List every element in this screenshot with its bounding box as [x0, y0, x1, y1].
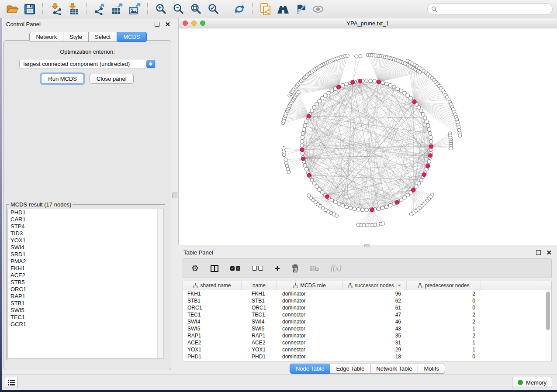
graph-node[interactable] — [334, 200, 337, 204]
zoom-out-icon[interactable] — [170, 2, 186, 16]
mcds-result-item[interactable]: SWI4 — [8, 244, 163, 251]
delete-column-icon[interactable] — [292, 265, 298, 272]
tab-node-table[interactable]: Node Table — [290, 364, 331, 374]
graph-node[interactable] — [321, 96, 324, 100]
graph-node[interactable] — [355, 55, 358, 58]
vertical-splitter-handle[interactable] — [172, 193, 177, 198]
graph-node[interactable] — [373, 79, 376, 83]
graph-node[interactable] — [330, 89, 334, 93]
save-session-icon[interactable] — [22, 2, 38, 16]
table-row[interactable]: ACE2ACE2connector311 — [183, 339, 551, 346]
export-network-icon[interactable] — [92, 2, 107, 16]
table-row[interactable]: SWI5SWI5connector431 — [183, 325, 551, 332]
graph-node[interactable] — [428, 131, 432, 135]
list-scrollbar[interactable] — [157, 209, 163, 358]
graph-node[interactable] — [282, 150, 286, 153]
first-neighbors-icon[interactable] — [275, 2, 291, 16]
graph-node[interactable] — [426, 124, 430, 127]
mcds-result-item[interactable]: ACE2 — [8, 272, 163, 279]
table-row[interactable]: SWI4SWI4dominator462 — [183, 318, 551, 325]
graph-hub-node[interactable] — [429, 154, 432, 158]
graph-node[interactable] — [427, 160, 431, 163]
graph-node[interactable] — [385, 205, 388, 209]
table-row[interactable]: FKH1FKH1dominator962 — [183, 290, 551, 297]
mcds-result-item[interactable]: SRD1 — [8, 251, 163, 258]
graph-node[interactable] — [409, 96, 412, 100]
mcds-result-item[interactable]: YOX1 — [8, 237, 163, 244]
network-canvas[interactable] — [179, 28, 557, 245]
add-column-icon[interactable]: + — [275, 265, 280, 272]
tab-edge-table[interactable]: Edge Table — [330, 364, 370, 374]
graph-node[interactable] — [304, 120, 308, 123]
graph-node[interactable] — [341, 83, 344, 87]
import-table-icon[interactable] — [66, 2, 81, 16]
graph-hub-node[interactable] — [307, 173, 311, 177]
table-row[interactable]: PHD1PHD1dominator180 — [183, 353, 551, 360]
graph-node[interactable] — [303, 124, 307, 127]
graph-node[interactable] — [284, 158, 287, 162]
graph-node[interactable] — [300, 140, 304, 143]
graph-node[interactable] — [396, 87, 399, 90]
graph-node[interactable] — [324, 94, 327, 97]
graph-node[interactable] — [349, 206, 352, 210]
graph-hub-node[interactable] — [358, 79, 362, 83]
graph-node[interactable] — [406, 94, 409, 97]
graph-node[interactable] — [365, 79, 368, 83]
graph-node[interactable] — [385, 82, 388, 86]
graph-node[interactable] — [353, 207, 356, 210]
apply-layout-icon[interactable] — [232, 2, 247, 16]
mcds-result-item[interactable]: FKH1 — [8, 265, 163, 272]
mcds-result-item[interactable]: STB1 — [8, 300, 163, 307]
mcds-result-list[interactable]: PHD1CAR1STP4TID3YOX1SWI4SRD1PMA2FKH1ACE2… — [7, 209, 164, 359]
graph-node[interactable] — [388, 83, 392, 87]
graph-node[interactable] — [312, 182, 316, 185]
graph-hub-node[interactable] — [351, 80, 355, 84]
mcds-result-item[interactable]: SWI5 — [8, 307, 163, 314]
column-header-shared-name[interactable]: shared name — [183, 281, 242, 290]
select-all-rows-icon[interactable]: ✓✓ — [230, 266, 240, 271]
graph-node[interactable] — [381, 81, 384, 84]
mcds-result-item[interactable]: STP4 — [8, 223, 163, 230]
graph-hub-node[interactable] — [325, 195, 329, 199]
graph-node[interactable] — [300, 144, 304, 147]
graph-hub-node[interactable] — [377, 80, 381, 84]
tab-network[interactable]: Network — [29, 32, 63, 42]
graph-hub-node[interactable] — [337, 85, 341, 89]
graph-node[interactable] — [310, 109, 314, 113]
graph-node[interactable] — [377, 207, 381, 210]
graph-node[interactable] — [318, 188, 321, 191]
mcds-result-item[interactable]: ORC1 — [8, 286, 163, 293]
column-header-successor-nodes[interactable]: successor nodes — [343, 281, 407, 290]
float-panel-icon[interactable] — [155, 22, 159, 27]
import-network-icon[interactable] — [48, 2, 64, 16]
graph-node[interactable] — [419, 109, 423, 113]
graph-node[interactable] — [369, 79, 372, 83]
graph-node[interactable] — [282, 147, 285, 150]
graph-node[interactable] — [381, 206, 384, 210]
graph-node[interactable] — [449, 147, 453, 150]
graph-node[interactable] — [427, 127, 431, 131]
mcds-result-item[interactable]: PHD1 — [8, 209, 163, 216]
close-panel-icon[interactable]: ✕ — [165, 22, 170, 26]
graph-node[interactable] — [310, 178, 314, 182]
mcds-result-item[interactable]: CAR1 — [8, 216, 163, 223]
search-input[interactable] — [439, 6, 549, 13]
graph-hub-node[interactable] — [411, 188, 415, 192]
graph-node[interactable] — [417, 182, 421, 185]
tab-motifs[interactable]: Motifs — [418, 364, 445, 374]
table-row[interactable]: TEC1TEC1connector472 — [183, 311, 551, 318]
table-scrollbar[interactable] — [545, 290, 551, 361]
mcds-result-item[interactable]: RAP1 — [8, 293, 163, 300]
graph-node[interactable] — [365, 208, 368, 212]
graph-node[interactable] — [406, 193, 409, 197]
table-row[interactable]: STB1STB1dominator620 — [183, 297, 551, 304]
graph-node[interactable] — [392, 85, 396, 89]
graph-node[interactable] — [303, 164, 307, 167]
graph-node[interactable] — [356, 208, 360, 211]
clone-network-icon[interactable] — [258, 2, 273, 16]
tab-style[interactable]: Style — [63, 32, 89, 42]
graph-node[interactable] — [345, 205, 348, 209]
mcds-result-item[interactable]: GCR1 — [8, 321, 163, 328]
graph-node[interactable] — [337, 202, 341, 206]
table-scrollbar-thumb[interactable] — [546, 292, 550, 330]
